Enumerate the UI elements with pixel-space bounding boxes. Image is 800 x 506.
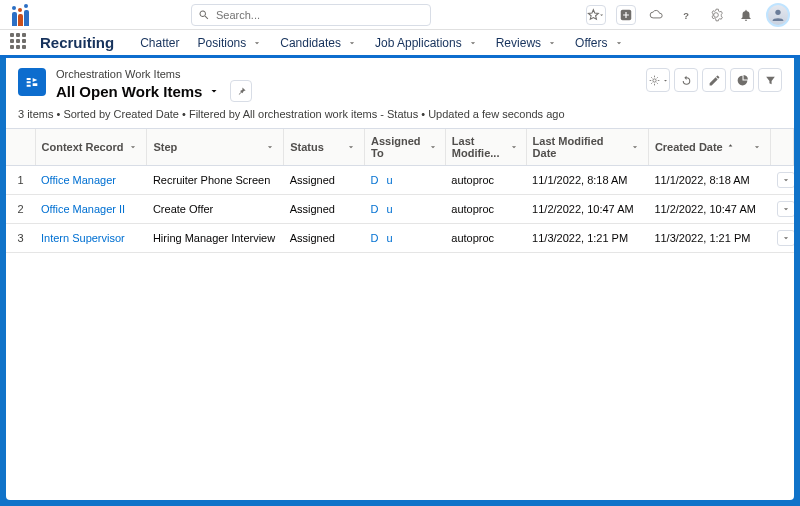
- table-row: 2Office Manager IICreate OfferAssignedDu…: [6, 195, 794, 224]
- app-nav: Recruiting ChatterPositionsCandidatesJob…: [0, 30, 800, 58]
- col-context[interactable]: Context Record: [35, 129, 147, 166]
- setup-gear-button[interactable]: [706, 5, 726, 25]
- row-number: 2: [6, 195, 35, 224]
- list-settings-button[interactable]: [646, 68, 670, 92]
- chevron-down-icon[interactable]: [614, 38, 624, 48]
- nav-tab-candidates[interactable]: Candidates: [272, 29, 365, 57]
- nav-tab-label: Candidates: [280, 36, 341, 50]
- col-menu-icon[interactable]: [344, 140, 358, 154]
- col-menu-icon[interactable]: [126, 140, 140, 154]
- context-link[interactable]: Office Manager II: [41, 203, 125, 215]
- salesforce-help-cloud-icon[interactable]: [646, 5, 666, 25]
- chevron-down-icon[interactable]: [547, 38, 557, 48]
- pin-list-button[interactable]: [230, 80, 252, 102]
- chevron-down-icon[interactable]: [347, 38, 357, 48]
- notifications-button[interactable]: [736, 5, 756, 25]
- cell-context: Office Manager II: [35, 195, 147, 224]
- cell-assigned: Du: [364, 224, 445, 253]
- nav-tab-positions[interactable]: Positions: [190, 29, 271, 57]
- cell-status: Assigned: [284, 224, 365, 253]
- cell-actions: [771, 166, 794, 195]
- cell-modified-by: autoproc: [445, 166, 526, 195]
- cell-step: Create Offer: [147, 195, 284, 224]
- cell-actions: [771, 195, 794, 224]
- col-actions: [771, 129, 794, 166]
- global-add-button[interactable]: [616, 5, 636, 25]
- nav-tab-label: Offers: [575, 36, 607, 50]
- col-menu-icon[interactable]: [509, 140, 520, 154]
- col-last-modified-date[interactable]: Last Modified Date: [526, 129, 648, 166]
- col-last-modified-by[interactable]: Last Modifie...: [445, 129, 526, 166]
- app-launcher-icon[interactable]: [10, 33, 30, 53]
- chevron-down-icon[interactable]: [468, 38, 478, 48]
- cell-actions: [771, 224, 794, 253]
- row-actions-button[interactable]: [777, 230, 794, 246]
- row-actions-button[interactable]: [777, 201, 794, 217]
- help-button[interactable]: ?: [676, 5, 696, 25]
- cell-created-date: 11/2/2022, 10:47 AM: [648, 195, 770, 224]
- list-view-switcher-caret-icon[interactable]: [208, 85, 220, 97]
- row-actions-button[interactable]: [777, 172, 794, 188]
- svg-point-2: [775, 9, 780, 14]
- col-menu-icon[interactable]: [750, 140, 764, 154]
- svg-text:?: ?: [683, 10, 689, 20]
- assigned-link[interactable]: D: [370, 203, 378, 215]
- cell-status: Assigned: [284, 166, 365, 195]
- global-header: ?: [0, 0, 800, 30]
- search-input[interactable]: [216, 9, 424, 21]
- col-step[interactable]: Step: [147, 129, 284, 166]
- col-menu-icon[interactable]: [427, 140, 439, 154]
- nav-tab-offers[interactable]: Offers: [567, 29, 631, 57]
- cell-modified-by: autoproc: [445, 224, 526, 253]
- nav-tab-chatter[interactable]: Chatter: [132, 29, 187, 57]
- inline-edit-button[interactable]: [702, 68, 726, 92]
- col-menu-icon[interactable]: [628, 140, 642, 154]
- assigned-link[interactable]: u: [386, 203, 392, 215]
- nav-tab-label: Positions: [198, 36, 247, 50]
- favorites-button[interactable]: [586, 5, 606, 25]
- cell-context: Intern Supervisor: [35, 224, 147, 253]
- svg-point-3: [652, 78, 655, 81]
- assigned-link[interactable]: u: [386, 174, 392, 186]
- context-link[interactable]: Intern Supervisor: [41, 232, 125, 244]
- context-link[interactable]: Office Manager: [41, 174, 116, 186]
- col-assigned-to[interactable]: Assigned To: [364, 129, 445, 166]
- cell-status: Assigned: [284, 195, 365, 224]
- object-type-label: Orchestration Work Items: [56, 68, 252, 80]
- cell-modified-date: 11/2/2022, 10:47 AM: [526, 195, 648, 224]
- col-created-date[interactable]: Created Date: [648, 129, 770, 166]
- list-view-name[interactable]: All Open Work Items: [56, 83, 202, 100]
- list-meta: 3 items • Sorted by Created Date • Filte…: [6, 108, 794, 128]
- sort-asc-icon: [726, 141, 735, 153]
- assigned-link[interactable]: u: [386, 232, 392, 244]
- assigned-link[interactable]: D: [370, 232, 378, 244]
- brand-logo: [10, 4, 36, 26]
- cell-step: Hiring Manager Interview: [147, 224, 284, 253]
- assigned-link[interactable]: D: [370, 174, 378, 186]
- cell-modified-by: autoproc: [445, 195, 526, 224]
- global-actions: ?: [586, 3, 790, 27]
- cell-assigned: Du: [364, 195, 445, 224]
- cell-context: Office Manager: [35, 166, 147, 195]
- search-icon: [198, 9, 210, 21]
- global-search[interactable]: [191, 4, 431, 26]
- chart-button[interactable]: [730, 68, 754, 92]
- refresh-button[interactable]: [674, 68, 698, 92]
- chevron-down-icon[interactable]: [252, 38, 262, 48]
- list-view-actions: [646, 68, 782, 92]
- nav-tab-label: Chatter: [140, 36, 179, 50]
- cell-step: Recruiter Phone Screen: [147, 166, 284, 195]
- col-menu-icon[interactable]: [263, 140, 277, 154]
- nav-tab-label: Job Applications: [375, 36, 462, 50]
- cell-created-date: 11/1/2022, 8:18 AM: [648, 166, 770, 195]
- filter-button[interactable]: [758, 68, 782, 92]
- row-number: 3: [6, 224, 35, 253]
- app-name: Recruiting: [40, 34, 114, 51]
- table-row: 3Intern SupervisorHiring Manager Intervi…: [6, 224, 794, 253]
- cell-created-date: 11/3/2022, 1:21 PM: [648, 224, 770, 253]
- nav-tab-job-applications[interactable]: Job Applications: [367, 29, 486, 57]
- work-items-table: Context Record Step Status Assigned To L…: [6, 129, 794, 253]
- col-status[interactable]: Status: [284, 129, 365, 166]
- user-avatar[interactable]: [766, 3, 790, 27]
- nav-tab-reviews[interactable]: Reviews: [488, 29, 565, 57]
